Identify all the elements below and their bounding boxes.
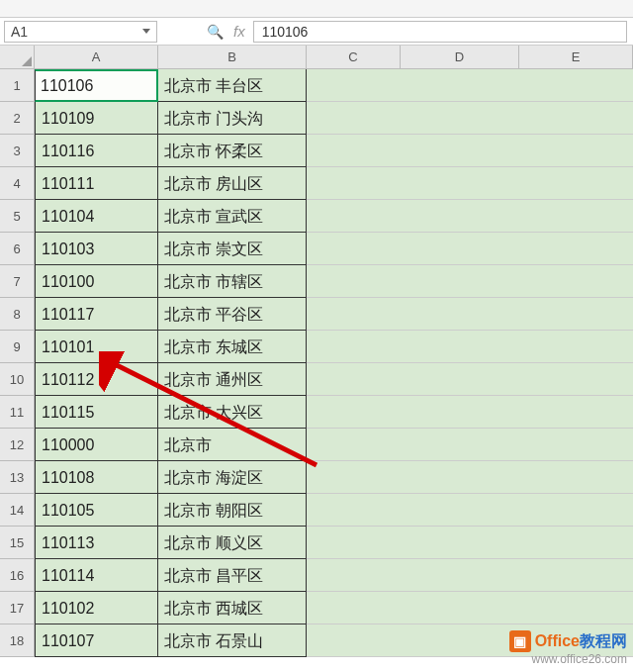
- cell[interactable]: 北京市 石景山: [158, 624, 307, 657]
- row-header[interactable]: 3: [0, 135, 35, 167]
- cell[interactable]: 110117: [35, 298, 158, 331]
- fx-icon[interactable]: fx: [233, 23, 245, 40]
- row-header[interactable]: 12: [0, 429, 35, 461]
- cell[interactable]: 110105: [35, 494, 158, 527]
- col-header-d[interactable]: D: [401, 46, 519, 69]
- cell[interactable]: [401, 363, 519, 396]
- cell[interactable]: [519, 167, 633, 200]
- cell[interactable]: 110000: [35, 429, 158, 461]
- cell[interactable]: 北京市 东城区: [158, 331, 307, 363]
- cell[interactable]: [307, 363, 401, 396]
- cell[interactable]: [401, 624, 519, 657]
- cell[interactable]: [307, 461, 401, 494]
- cell[interactable]: 北京市 门头沟: [158, 102, 307, 135]
- row-header[interactable]: 2: [0, 102, 35, 135]
- row-header[interactable]: 15: [0, 527, 35, 559]
- cell[interactable]: [401, 331, 519, 363]
- formula-input[interactable]: 110106: [253, 21, 627, 43]
- cell[interactable]: [401, 592, 519, 624]
- cell[interactable]: 北京市 市辖区: [158, 265, 307, 298]
- cell[interactable]: 北京市 大兴区: [158, 396, 307, 429]
- cell[interactable]: 110113: [35, 527, 158, 559]
- cell[interactable]: [307, 396, 401, 429]
- cell[interactable]: [307, 102, 401, 135]
- cell[interactable]: [307, 69, 401, 102]
- row-header[interactable]: 7: [0, 265, 35, 298]
- row-header[interactable]: 18: [0, 624, 35, 657]
- cell[interactable]: [519, 494, 633, 527]
- cell[interactable]: [307, 592, 401, 624]
- cell[interactable]: [307, 200, 401, 233]
- cell[interactable]: [519, 331, 633, 363]
- row-header[interactable]: 4: [0, 167, 35, 200]
- col-header-a[interactable]: A: [35, 46, 158, 69]
- cell[interactable]: [401, 396, 519, 429]
- row-header[interactable]: 8: [0, 298, 35, 331]
- col-header-e[interactable]: E: [519, 46, 633, 69]
- cell[interactable]: [307, 429, 401, 461]
- cell[interactable]: [401, 559, 519, 592]
- cell[interactable]: [307, 331, 401, 363]
- cell[interactable]: [519, 429, 633, 461]
- cell[interactable]: 北京市 通州区: [158, 363, 307, 396]
- chevron-down-icon[interactable]: [142, 29, 150, 34]
- row-header[interactable]: 16: [0, 559, 35, 592]
- cell[interactable]: 北京市: [158, 429, 307, 461]
- cell[interactable]: 北京市 顺义区: [158, 527, 307, 559]
- cell[interactable]: 110104: [35, 200, 158, 233]
- cell[interactable]: [519, 527, 633, 559]
- cell[interactable]: [307, 559, 401, 592]
- cell[interactable]: [307, 527, 401, 559]
- cell[interactable]: [307, 233, 401, 265]
- cell[interactable]: [519, 298, 633, 331]
- cell[interactable]: [519, 102, 633, 135]
- cell[interactable]: [519, 461, 633, 494]
- cell[interactable]: [401, 298, 519, 331]
- cell[interactable]: 北京市 崇文区: [158, 233, 307, 265]
- row-header[interactable]: 13: [0, 461, 35, 494]
- cell[interactable]: [519, 363, 633, 396]
- cell[interactable]: [401, 265, 519, 298]
- cell[interactable]: 110115: [35, 396, 158, 429]
- cell[interactable]: [401, 200, 519, 233]
- row-header[interactable]: 14: [0, 494, 35, 527]
- cell[interactable]: [519, 559, 633, 592]
- cell[interactable]: [519, 135, 633, 167]
- cell[interactable]: 北京市 宣武区: [158, 200, 307, 233]
- cell[interactable]: [401, 233, 519, 265]
- cell[interactable]: [519, 233, 633, 265]
- cell[interactable]: 110102: [35, 592, 158, 624]
- cell[interactable]: [401, 494, 519, 527]
- row-header[interactable]: 10: [0, 363, 35, 396]
- cell[interactable]: 北京市 海淀区: [158, 461, 307, 494]
- zoom-icon[interactable]: 🔍: [207, 24, 224, 40]
- row-header[interactable]: 9: [0, 331, 35, 363]
- cell[interactable]: 110109: [35, 102, 158, 135]
- col-header-c[interactable]: C: [307, 46, 401, 69]
- cell[interactable]: [519, 592, 633, 624]
- row-header[interactable]: 11: [0, 396, 35, 429]
- cell[interactable]: 110112: [35, 363, 158, 396]
- name-box[interactable]: A1: [4, 21, 157, 43]
- cell[interactable]: [519, 396, 633, 429]
- cell[interactable]: 110116: [35, 135, 158, 167]
- cell[interactable]: [307, 167, 401, 200]
- row-header[interactable]: 1: [0, 69, 35, 102]
- select-all-corner[interactable]: [0, 46, 35, 69]
- row-header[interactable]: 17: [0, 592, 35, 624]
- cell[interactable]: 110114: [35, 559, 158, 592]
- cell[interactable]: 北京市 昌平区: [158, 559, 307, 592]
- cell[interactable]: [519, 200, 633, 233]
- cell[interactable]: [401, 167, 519, 200]
- cell[interactable]: [401, 461, 519, 494]
- row-header[interactable]: 5: [0, 200, 35, 233]
- cell[interactable]: [307, 265, 401, 298]
- cell[interactable]: 北京市 怀柔区: [158, 135, 307, 167]
- cell[interactable]: 北京市 朝阳区: [158, 494, 307, 527]
- cell[interactable]: [401, 135, 519, 167]
- cell[interactable]: [401, 102, 519, 135]
- cell[interactable]: 110108: [35, 461, 158, 494]
- cell[interactable]: 北京市 丰台区: [158, 69, 307, 102]
- cell[interactable]: 北京市 房山区: [158, 167, 307, 200]
- cell[interactable]: 110101: [35, 331, 158, 363]
